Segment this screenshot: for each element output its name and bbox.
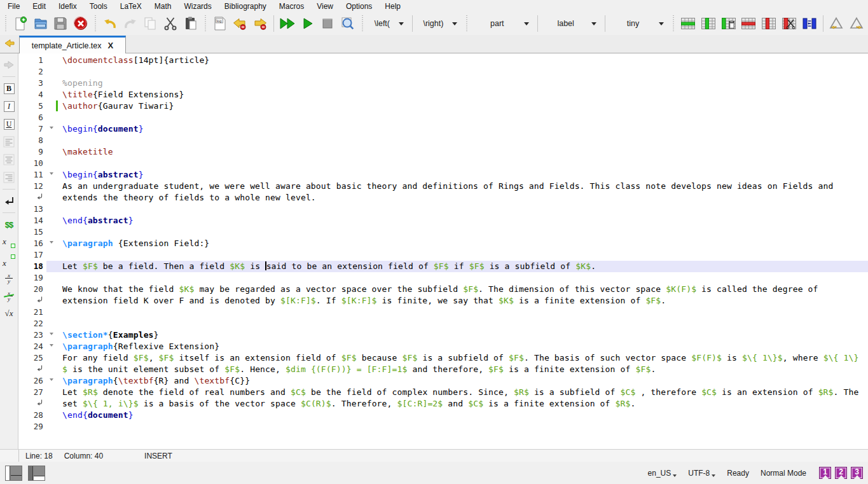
save-button[interactable] [50, 14, 71, 33]
structure-back-button[interactable] [2, 36, 17, 51]
code-text[interactable]: set $\{ 1, i\}$ is a basis of the vector… [60, 398, 868, 410]
menu-macros[interactable]: Macros [273, 1, 310, 12]
code-text[interactable] [60, 66, 868, 78]
code-text[interactable]: %opening [60, 78, 868, 89]
italic-button[interactable]: I [1, 99, 17, 114]
fraction-button[interactable]: xy [1, 270, 17, 286]
open-file-button[interactable] [31, 14, 51, 33]
code-text[interactable]: Let $R$ denote the field of real numbers… [60, 387, 868, 398]
fold-marker[interactable] [46, 238, 56, 249]
align-left-button[interactable] [1, 134, 17, 149]
code-text[interactable]: $ is the unit element subset of $F$. Hen… [60, 364, 868, 375]
code-text[interactable]: As an undergraduate student, we were wel… [60, 181, 868, 192]
toggle-structure-panel-button[interactable] [5, 466, 22, 481]
compile-button[interactable] [298, 14, 318, 33]
previous-error-button[interactable] [230, 14, 251, 33]
menu-tools[interactable]: Tools [83, 1, 114, 12]
code-text[interactable]: \end{document} [60, 410, 868, 421]
code-text[interactable] [60, 204, 868, 215]
menu-options[interactable]: Options [340, 1, 378, 12]
table-paste-column-button[interactable] [719, 14, 739, 33]
bookmark-2-button[interactable]: 2 [835, 467, 847, 479]
menu-view[interactable]: View [310, 1, 340, 12]
code-text[interactable]: \paragraph {Extension Field:} [60, 238, 868, 249]
menu-bibliography[interactable]: Bibliography [218, 1, 273, 12]
code-text[interactable] [60, 421, 868, 432]
table-remove-column-button[interactable] [759, 14, 779, 33]
previous-diff-button[interactable] [827, 14, 847, 33]
code-text[interactable] [60, 112, 868, 123]
toolbar-handle[interactable] [465, 15, 469, 32]
menu-idefix[interactable]: Idefix [52, 1, 83, 12]
table-align-columns-button[interactable] [799, 14, 820, 33]
code-text[interactable] [60, 272, 868, 284]
newline-button[interactable] [1, 193, 17, 209]
tab-close-icon[interactable]: X [108, 41, 114, 50]
code-text[interactable]: \section*{Examples} [60, 329, 868, 341]
code-text[interactable]: \begin{abstract} [60, 169, 868, 181]
toolbar-handle[interactable] [93, 15, 97, 32]
code-text[interactable] [60, 158, 868, 169]
next-error-button[interactable] [250, 14, 270, 33]
align-right-button[interactable] [1, 170, 17, 185]
fold-marker[interactable] [46, 169, 56, 181]
next-diff-button[interactable] [846, 14, 867, 33]
menu-wizards[interactable]: Wizards [177, 1, 217, 12]
menu-file[interactable]: File [1, 1, 26, 12]
table-add-column-button[interactable] [698, 14, 719, 33]
menu-edit[interactable]: Edit [26, 1, 52, 12]
code-text[interactable]: \author{Gaurav Tiwari} [60, 100, 868, 112]
encoding-select[interactable]: UTF-8 [688, 469, 715, 478]
code-text[interactable]: extends the theory of fields to a whole … [60, 192, 868, 204]
code-text[interactable]: \paragraph{\textbf{R} and \textbf{C}} [60, 375, 868, 387]
redo-button[interactable] [120, 14, 141, 33]
toggle-messages-panel-button[interactable] [28, 466, 45, 481]
bookmark-3-button[interactable]: 3 [851, 467, 863, 479]
toolbar-handle[interactable] [4, 15, 8, 32]
inline-math-button[interactable]: $$ [1, 217, 17, 232]
code-text[interactable]: For any field $F$, $F$ itself is an exte… [60, 352, 868, 364]
toolbar-handle[interactable] [361, 15, 364, 32]
new-file-button[interactable] [10, 14, 31, 33]
underline-button[interactable]: U [1, 116, 17, 132]
log-button[interactable]: log [210, 14, 230, 33]
code-text[interactable] [60, 318, 868, 329]
slash-fraction-button[interactable]: xy [1, 288, 17, 303]
copy-button[interactable] [141, 14, 161, 33]
superscript-button[interactable]: x [1, 252, 17, 268]
language-select[interactable]: en_US [648, 469, 677, 478]
bold-button[interactable]: B [1, 81, 17, 96]
cut-button[interactable] [160, 14, 181, 33]
code-text[interactable]: \documentclass[14pt]{article} [60, 55, 868, 66]
label-combo[interactable]: label [541, 15, 601, 32]
code-text[interactable] [60, 307, 868, 318]
toolbar-handle[interactable] [203, 15, 207, 32]
code-text[interactable] [60, 226, 868, 238]
code-text[interactable]: \begin{document} [60, 123, 868, 135]
fold-marker[interactable] [46, 329, 56, 341]
code-text[interactable]: Let $F$ be a field. Then a field $K$ is … [60, 261, 868, 272]
structure-forward-button[interactable] [1, 57, 17, 73]
tab-template-article[interactable]: template_Article.tex X [19, 36, 126, 53]
right-delimiter-combo[interactable]: \right) [416, 15, 463, 32]
build-and-view-button[interactable] [277, 14, 298, 33]
code-text[interactable]: \title{Field Extensions} [60, 89, 868, 100]
fold-marker[interactable] [46, 123, 56, 135]
font-size-combo[interactable]: tiny [609, 15, 669, 32]
menu-math[interactable]: Math [148, 1, 178, 12]
fold-marker[interactable] [46, 341, 56, 352]
code-text[interactable] [60, 249, 868, 261]
table-add-row-button[interactable] [678, 14, 698, 33]
code-editor[interactable]: 1\documentclass[14pt]{article}23%opening… [18, 53, 868, 449]
code-text[interactable]: \paragraph{Reflexive Extension} [60, 341, 868, 352]
code-text[interactable]: \end{abstract} [60, 215, 868, 226]
code-text[interactable] [60, 135, 868, 146]
close-file-button[interactable] [71, 14, 91, 33]
toolbar-handle[interactable] [672, 15, 675, 32]
code-text[interactable]: We know that the field $K$ may be regard… [60, 284, 868, 295]
code-text[interactable]: \maketitle [60, 146, 868, 158]
sqrt-button[interactable]: √x [1, 306, 17, 321]
left-delimiter-combo[interactable]: \left( [367, 15, 409, 32]
table-cut-column-button[interactable] [779, 14, 799, 33]
view-pdf-button[interactable] [338, 14, 358, 33]
